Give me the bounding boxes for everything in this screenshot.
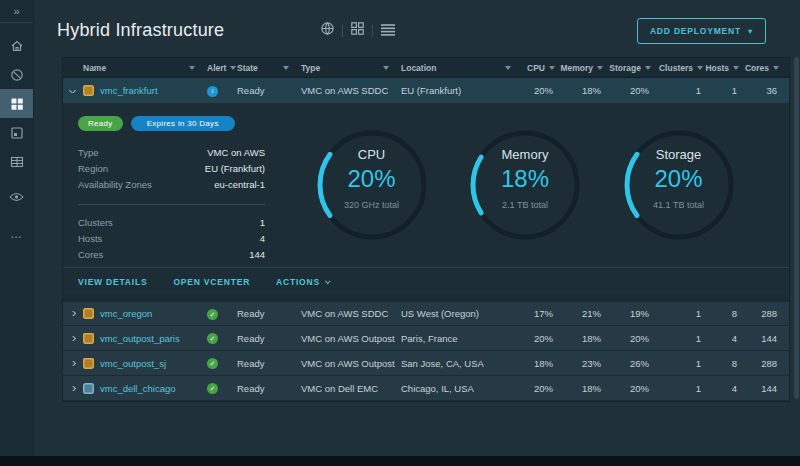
- chevron-right-icon[interactable]: [68, 386, 75, 391]
- storage-cell: 19%: [613, 308, 661, 319]
- alert-ok-icon[interactable]: ✓: [207, 333, 218, 344]
- sidebar-item-more[interactable]: …: [0, 219, 33, 248]
- chevron-right-icon[interactable]: [68, 336, 75, 341]
- table-icon: [10, 155, 24, 169]
- divider: [342, 25, 343, 37]
- detail-action-bar: VIEW DETAILS OPEN VCENTER ACTIONS: [63, 267, 789, 295]
- storage-gauge: Storage20%41.1 TB total: [620, 126, 738, 244]
- card-view-icon[interactable]: [350, 21, 365, 40]
- clusters-cell: 1: [661, 333, 713, 344]
- list-view-icon[interactable]: [380, 22, 396, 40]
- gauge-label: CPU: [358, 147, 385, 162]
- memory-cell: 21%: [565, 308, 613, 319]
- alert-ok-icon[interactable]: ✓: [207, 358, 218, 369]
- location-cell: San Jose, CA, USA: [399, 358, 521, 369]
- table-row-vmc-outpost-paris[interactable]: vmc_outpost_paris ✓ Ready VMC on AWS Out…: [63, 326, 789, 351]
- field-value: VMC on AWS: [207, 145, 265, 161]
- cpu-cell: 20%: [521, 333, 565, 344]
- filter-icon[interactable]: [733, 66, 739, 70]
- cpu-cell: 17%: [521, 308, 565, 319]
- table-header-row: Name Alert State Type Location CPU Memor…: [63, 58, 789, 78]
- deployment-name-link[interactable]: vmc_dell_chicago: [100, 383, 176, 394]
- sidebar-item-table[interactable]: [0, 147, 33, 176]
- deployments-table: Name Alert State Type Location CPU Memor…: [62, 57, 790, 402]
- deployment-name-link[interactable]: vmc_outpost_sj: [100, 358, 166, 369]
- globe-view-icon[interactable]: [320, 21, 335, 40]
- filter-icon[interactable]: [645, 66, 651, 70]
- view-switcher: [320, 21, 396, 40]
- hosts-cell: 4: [713, 333, 749, 344]
- memory-gauge: Memory18%2.1 TB total: [466, 126, 584, 244]
- status-badge: Ready: [78, 116, 123, 131]
- filter-icon[interactable]: [283, 66, 289, 70]
- stat-label: Hosts: [78, 231, 102, 247]
- divider: [372, 25, 373, 37]
- memory-cell: 23%: [565, 358, 613, 369]
- hosts-cell: 8: [713, 358, 749, 369]
- filter-icon[interactable]: [383, 66, 389, 70]
- storage-cell: 20%: [613, 85, 661, 96]
- cores-cell: 288: [749, 358, 789, 369]
- location-cell: Paris, France: [399, 333, 521, 344]
- sidebar-item-infrastructure[interactable]: [0, 89, 33, 118]
- field-label: Type: [78, 145, 99, 161]
- type-cell: VMC on Dell EMC: [299, 383, 399, 394]
- cpu-cell: 20%: [521, 383, 565, 394]
- filter-icon[interactable]: [773, 66, 779, 70]
- filter-icon[interactable]: [505, 66, 511, 70]
- gauge-total: 41.1 TB total: [653, 200, 704, 210]
- table-scrollbar[interactable]: [794, 57, 799, 399]
- storage-cell: 20%: [613, 383, 661, 394]
- alert-ok-icon[interactable]: ✓: [207, 383, 218, 394]
- infrastructure-grid-icon: [10, 97, 24, 111]
- stat-value: 1: [260, 215, 265, 231]
- table-row-vmc-oregon[interactable]: vmc_oregon ✓ Ready VMC on AWS SDDC US We…: [63, 301, 789, 326]
- storage-cell: 26%: [613, 358, 661, 369]
- location-cell: EU (Frankfurt): [399, 85, 521, 96]
- view-details-link[interactable]: VIEW DETAILS: [78, 277, 147, 287]
- table-row-vmc-outpost-sj[interactable]: vmc_outpost_sj ✓ Ready VMC on AWS Outpos…: [63, 351, 789, 376]
- actions-menu-link[interactable]: ACTIONS: [276, 277, 329, 287]
- hosts-cell: 1: [713, 85, 749, 96]
- alert-ok-icon[interactable]: ✓: [207, 309, 218, 320]
- chevron-right-icon[interactable]: [68, 311, 75, 316]
- hosts-cell: 4: [713, 383, 749, 394]
- sidebar-item-panel[interactable]: [0, 118, 33, 147]
- clusters-cell: 1: [661, 85, 713, 96]
- state-cell: Ready: [235, 85, 299, 96]
- filter-icon[interactable]: [189, 66, 195, 70]
- expand-sidebar-icon[interactable]: »: [0, 0, 33, 23]
- gauge-value: 18%: [501, 165, 549, 193]
- deployment-name-link[interactable]: vmc_outpost_paris: [100, 333, 180, 344]
- table-row-vmc-frankfurt[interactable]: vmc_frankfurt i Ready VMC on AWS SDDC EU…: [63, 78, 789, 103]
- table-row-vmc-dell-chicago[interactable]: vmc_dell_chicago ✓ Ready VMC on Dell EMC…: [63, 376, 789, 401]
- filter-icon[interactable]: [597, 66, 603, 70]
- expiry-badge: Expires in 30 Days: [131, 116, 235, 131]
- filter-icon[interactable]: [549, 66, 555, 70]
- divider: [78, 204, 265, 205]
- clusters-cell: 1: [661, 308, 713, 319]
- stat-value: 4: [260, 231, 265, 247]
- type-cell: VMC on AWS SDDC: [299, 308, 399, 319]
- type-cell: VMC on AWS Outpost: [299, 358, 399, 369]
- cores-cell: 144: [749, 333, 789, 344]
- memory-cell: 18%: [565, 383, 613, 394]
- cores-cell: 36: [749, 85, 789, 96]
- deployment-name-link[interactable]: vmc_oregon: [100, 308, 152, 319]
- add-deployment-button[interactable]: ADD DEPLOYMENT ▾: [637, 18, 766, 44]
- cpu-cell: 20%: [521, 85, 565, 96]
- sidebar-item-blocked[interactable]: [0, 60, 33, 89]
- gauge-value: 20%: [654, 165, 702, 193]
- stat-label: Clusters: [78, 215, 113, 231]
- filter-icon[interactable]: [697, 66, 703, 70]
- chevron-right-icon[interactable]: [68, 361, 75, 366]
- chevron-down-icon[interactable]: [68, 88, 75, 93]
- sidebar-item-home[interactable]: [0, 31, 33, 60]
- clusters-cell: 1: [661, 383, 713, 394]
- deployment-icon: [83, 85, 94, 96]
- deployment-name-link[interactable]: vmc_frankfurt: [100, 85, 158, 96]
- sidebar-item-watch[interactable]: [0, 182, 33, 211]
- cores-cell: 144: [749, 383, 789, 394]
- open-vcenter-link[interactable]: OPEN VCENTER: [173, 277, 250, 287]
- alert-info-icon[interactable]: i: [207, 86, 218, 97]
